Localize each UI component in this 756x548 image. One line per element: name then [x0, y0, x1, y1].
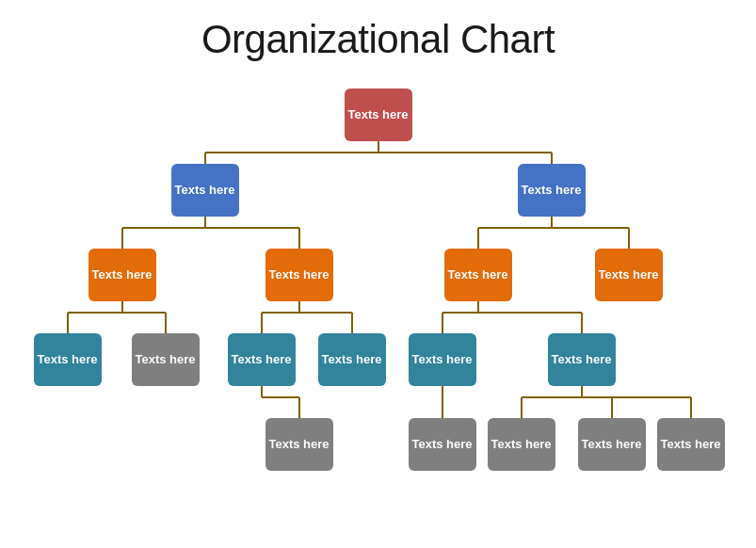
- node-l4b[interactable]: Texts here: [409, 418, 476, 471]
- node-l4e[interactable]: Texts here: [657, 418, 725, 471]
- node-root[interactable]: Texts here: [345, 89, 412, 141]
- node-l1a[interactable]: Texts here: [171, 164, 239, 217]
- node-l3c[interactable]: Texts here: [228, 333, 296, 386]
- node-l3b[interactable]: Texts here: [132, 333, 200, 386]
- node-l2d[interactable]: Texts here: [595, 249, 663, 301]
- node-l3f[interactable]: Texts here: [548, 333, 616, 386]
- node-l3a[interactable]: Texts here: [34, 333, 102, 386]
- page: Organizational Chart line { stroke: #7f6…: [0, 0, 756, 548]
- node-l2b[interactable]: Texts here: [265, 249, 333, 301]
- page-title: Organizational Chart: [201, 17, 555, 62]
- node-l2a[interactable]: Texts here: [88, 249, 156, 301]
- node-l4c[interactable]: Texts here: [488, 418, 555, 471]
- node-l3d[interactable]: Texts here: [318, 333, 386, 386]
- node-l4d[interactable]: Texts here: [578, 418, 646, 471]
- node-l4a[interactable]: Texts here: [265, 418, 333, 471]
- node-l2c[interactable]: Texts here: [444, 249, 512, 301]
- node-l1b[interactable]: Texts here: [518, 164, 586, 217]
- node-l3e[interactable]: Texts here: [409, 333, 476, 386]
- org-chart: line { stroke: #7f6000; stroke-width: 2;…: [21, 79, 736, 512]
